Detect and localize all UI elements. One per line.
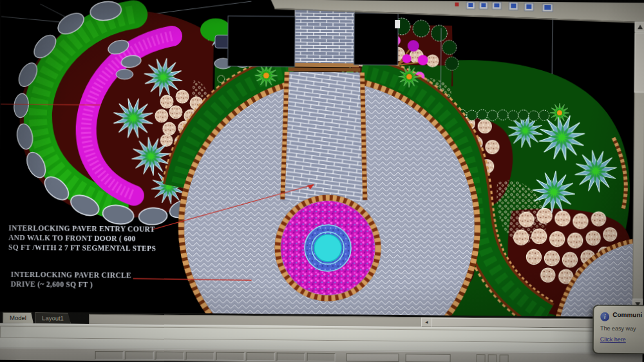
shrub <box>176 90 189 103</box>
shrub <box>519 212 534 227</box>
status-field-2[interactable] <box>406 354 451 362</box>
shrub <box>160 134 173 146</box>
scroll-left-icon: ◄ <box>424 319 429 324</box>
shrub <box>532 229 547 243</box>
tree <box>442 41 457 55</box>
tree <box>413 20 430 37</box>
shrub <box>478 120 491 133</box>
shrub <box>537 208 552 223</box>
shrub <box>550 232 565 247</box>
scroll-left-button[interactable]: ◄ <box>421 318 432 327</box>
shrub <box>526 249 541 264</box>
status-toggle-4[interactable] <box>186 352 214 360</box>
balloon-title-text: Communi <box>612 311 642 318</box>
balloon-body-text: The easy way <box>600 325 644 332</box>
status-indicator-1[interactable] <box>477 354 486 362</box>
status-toggle-3[interactable] <box>156 352 184 360</box>
drawing-canvas[interactable]: INTERLOCKING PAVER ENTRY COURT AND WALK … <box>0 0 644 318</box>
shrub <box>169 106 182 119</box>
annotation-text: DRIVE (~ 2,600 SQ FT ) <box>11 280 93 289</box>
balloon-title: iCommuni <box>600 311 644 322</box>
monitor-photo: INTERLOCKING PAVER ENTRY COURT AND WALK … <box>0 0 644 362</box>
plan-drawing: INTERLOCKING PAVER ENTRY COURT AND WALK … <box>0 0 644 318</box>
segmental-step <box>288 68 360 72</box>
annotation-entry-court: INTERLOCKING PAVER ENTRY COURT AND WALK … <box>8 224 156 252</box>
shrub <box>573 214 588 229</box>
tab-layout1-label: Layout1 <box>42 314 64 321</box>
status-toggle-6[interactable] <box>247 352 275 361</box>
boulder <box>116 69 133 79</box>
cad-application-window: INTERLOCKING PAVER ENTRY COURT AND WALK … <box>0 0 644 362</box>
segmental-step <box>290 63 359 68</box>
shrub <box>591 212 605 226</box>
shrub <box>568 233 583 248</box>
front-door <box>395 20 400 28</box>
annotation-text: INTERLOCKING PAVER ENTRY COURT <box>8 224 155 233</box>
shrub <box>562 252 577 267</box>
info-icon: i <box>600 312 609 321</box>
shrub <box>541 268 555 282</box>
shrub <box>160 95 173 108</box>
scrollbar-thumb[interactable] <box>634 33 644 92</box>
shrub <box>603 227 617 241</box>
shrub <box>486 140 499 154</box>
shrub <box>544 251 559 265</box>
status-indicator-2[interactable] <box>488 354 497 362</box>
tree <box>445 57 459 70</box>
status-indicator-3[interactable] <box>500 354 509 362</box>
shrub <box>586 231 600 245</box>
annotation-text: INTERLOCKING PAVER CIRCLE <box>11 271 131 280</box>
tab-model-label: Model <box>10 314 26 321</box>
tab-model[interactable]: Model <box>3 312 33 323</box>
status-field-1[interactable] <box>346 353 399 362</box>
status-toggle-1[interactable] <box>95 351 124 359</box>
shrub <box>514 230 529 245</box>
status-toggle-2[interactable] <box>126 351 154 359</box>
tab-layout1[interactable]: Layout1 <box>35 312 71 323</box>
shrub <box>426 55 439 67</box>
fountain-water <box>314 234 341 262</box>
toolbar-icon[interactable] <box>455 3 459 6</box>
status-toggle-8[interactable] <box>307 353 336 361</box>
status-toggle-7[interactable] <box>277 352 305 361</box>
tree <box>431 25 448 41</box>
info-glyph: i <box>604 313 606 320</box>
shrub <box>163 122 176 135</box>
communication-center-balloon[interactable]: iCommuni The easy way Click here <box>592 305 644 355</box>
click-here-link[interactable]: Click here <box>600 336 626 343</box>
annotation-text: SQ FT /WITH 2 7 FT SEGMENTAL STEPS <box>8 243 156 252</box>
status-toggle-5[interactable] <box>216 352 245 361</box>
shrub <box>555 211 570 226</box>
shrub <box>155 110 168 122</box>
central-fountain-planter <box>277 197 378 298</box>
